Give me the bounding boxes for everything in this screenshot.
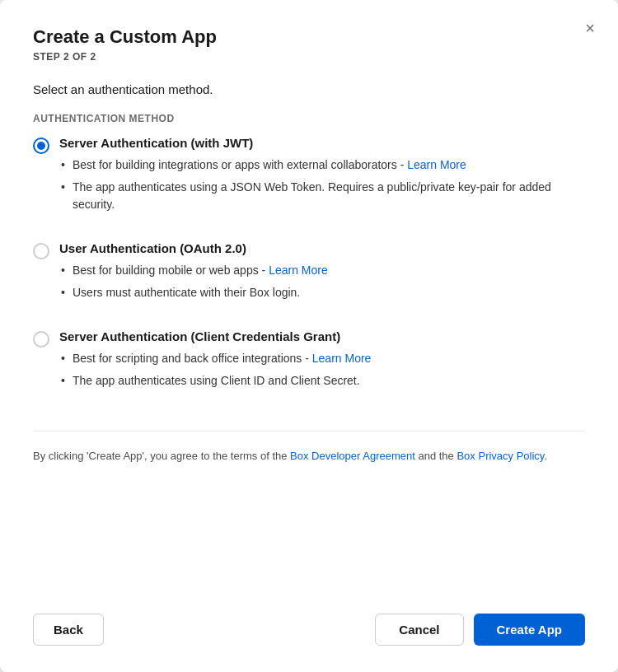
auth-option-ccg[interactable]: Server Authentication (Client Credential… bbox=[33, 329, 585, 394]
jwt-bullet-1-text: Best for building integrations or apps w… bbox=[73, 158, 407, 171]
radio-jwt-inner bbox=[37, 142, 45, 150]
terms-middle: and the bbox=[415, 450, 457, 462]
create-app-button[interactable]: Create App bbox=[474, 614, 585, 646]
oauth-title: User Authentication (OAuth 2.0) bbox=[59, 241, 585, 255]
right-buttons: Cancel Create App bbox=[375, 614, 585, 646]
terms-text: By clicking 'Create App', you agree to t… bbox=[33, 448, 585, 464]
cancel-button[interactable]: Cancel bbox=[375, 614, 463, 646]
jwt-content: Server Authentication (with JWT) Best fo… bbox=[59, 136, 585, 218]
terms-prefix: By clicking 'Create App', you agree to t… bbox=[33, 450, 290, 462]
section-label: Authentication Method bbox=[33, 113, 585, 124]
radio-jwt[interactable] bbox=[33, 138, 49, 154]
jwt-bullets: Best for building integrations or apps w… bbox=[59, 156, 585, 213]
jwt-bullet-2: The app authenticates using a JSON Web T… bbox=[59, 179, 585, 213]
ccg-bullets: Best for scripting and back office integ… bbox=[59, 350, 585, 390]
close-button[interactable]: × bbox=[582, 16, 598, 40]
step-label: STEP 2 OF 2 bbox=[33, 51, 585, 63]
radio-oauth-circle[interactable] bbox=[33, 243, 49, 259]
ccg-content: Server Authentication (Client Credential… bbox=[59, 329, 585, 394]
ccg-bullet-1-text: Best for scripting and back office integ… bbox=[73, 352, 312, 365]
jwt-title: Server Authentication (with JWT) bbox=[59, 136, 585, 150]
radio-ccg-circle[interactable] bbox=[33, 331, 49, 348]
modal-title: Create a Custom App bbox=[33, 26, 585, 48]
radio-jwt-circle[interactable] bbox=[33, 138, 49, 154]
modal-dialog: × Create a Custom App STEP 2 OF 2 Select… bbox=[0, 0, 618, 672]
ccg-bullet-2: The app authenticates using Client ID an… bbox=[59, 372, 585, 390]
oauth-content: User Authentication (OAuth 2.0) Best for… bbox=[59, 241, 585, 306]
footer-buttons: Back Cancel Create App bbox=[33, 614, 585, 646]
ccg-bullet-1: Best for scripting and back office integ… bbox=[59, 350, 585, 367]
jwt-learn-more-link[interactable]: Learn More bbox=[407, 158, 466, 171]
oauth-bullet-1: Best for building mobile or web apps - L… bbox=[59, 262, 585, 279]
select-prompt: Select an authentication method. bbox=[33, 82, 585, 96]
back-button[interactable]: Back bbox=[33, 614, 104, 646]
oauth-bullet-2: Users must authenticate with their Box l… bbox=[59, 284, 585, 301]
oauth-learn-more-link[interactable]: Learn More bbox=[269, 264, 328, 277]
jwt-bullet-1: Best for building integrations or apps w… bbox=[59, 156, 585, 174]
auth-option-jwt[interactable]: Server Authentication (with JWT) Best fo… bbox=[33, 136, 585, 218]
terms-suffix: . bbox=[544, 450, 547, 462]
ccg-learn-more-link[interactable]: Learn More bbox=[312, 352, 372, 365]
developer-agreement-link[interactable]: Box Developer Agreement bbox=[290, 450, 415, 462]
auth-option-oauth[interactable]: User Authentication (OAuth 2.0) Best for… bbox=[33, 241, 585, 306]
oauth-bullet-1-text: Best for building mobile or web apps - bbox=[73, 264, 269, 277]
radio-oauth[interactable] bbox=[33, 243, 49, 259]
privacy-policy-link[interactable]: Box Privacy Policy bbox=[456, 450, 544, 462]
radio-ccg[interactable] bbox=[33, 331, 49, 348]
oauth-bullets: Best for building mobile or web apps - L… bbox=[59, 262, 585, 301]
divider bbox=[33, 431, 585, 432]
ccg-title: Server Authentication (Client Credential… bbox=[59, 329, 585, 343]
